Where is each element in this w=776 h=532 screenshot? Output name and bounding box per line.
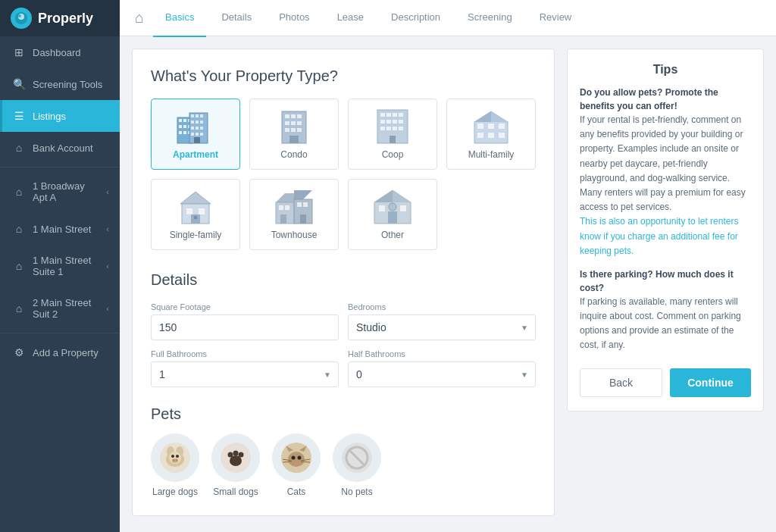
tab-photos[interactable]: Photos bbox=[267, 0, 321, 37]
svg-rect-30 bbox=[297, 114, 302, 118]
sidebar-item-label: Bank Account bbox=[33, 142, 109, 154]
sidebar-item-label: 1 Main Street Suite 1 bbox=[33, 255, 99, 277]
property-type-heading: What's Your Property Type? bbox=[151, 67, 536, 85]
property-type-multifamily[interactable]: Multi-family bbox=[446, 99, 536, 170]
svg-rect-15 bbox=[196, 114, 199, 117]
sidebar-item-bank-account[interactable]: ⌂ Bank Account bbox=[0, 132, 120, 164]
pet-no-pets[interactable]: No pets bbox=[333, 433, 381, 497]
svg-rect-55 bbox=[477, 124, 483, 129]
sidebar-item-label: Listings bbox=[33, 111, 109, 122]
property-type-singlefamily[interactable]: Single-family bbox=[151, 179, 240, 250]
app-name: Properly bbox=[38, 11, 93, 27]
tips-block1-heading: Do you allow pets? Promote the benefits … bbox=[580, 86, 751, 113]
svg-rect-63 bbox=[186, 208, 192, 214]
pets-grid: Large dogs Small dogs bbox=[151, 433, 536, 497]
property-type-apartment[interactable]: Apartment bbox=[151, 99, 240, 170]
property-type-label: Townhouse bbox=[271, 230, 318, 240]
tab-description[interactable]: Description bbox=[379, 0, 452, 37]
svg-rect-42 bbox=[399, 113, 403, 117]
listings-icon: ☰ bbox=[13, 110, 25, 122]
square-footage-input[interactable] bbox=[151, 315, 339, 340]
svg-rect-59 bbox=[488, 133, 494, 138]
tips-card: Tips Do you allow pets? Promote the bene… bbox=[567, 49, 764, 412]
svg-rect-21 bbox=[196, 127, 199, 130]
svg-point-98 bbox=[239, 452, 244, 458]
half-bathrooms-select[interactable]: 0 1 2 bbox=[348, 361, 536, 387]
svg-rect-24 bbox=[196, 133, 199, 136]
sidebar-item-screening-tools[interactable]: 🔍 Screening Tools bbox=[0, 68, 120, 100]
sidebar-item-broadway[interactable]: ⌂ 1 Broadway Apt A ‹ bbox=[0, 171, 120, 213]
svg-rect-57 bbox=[499, 124, 505, 129]
property-type-other[interactable]: Other bbox=[348, 179, 437, 250]
svg-point-104 bbox=[298, 456, 302, 460]
sidebar-item-dashboard[interactable]: ⊞ Dashboard bbox=[0, 36, 120, 68]
sidebar-item-label: 2 Main Street Suit 2 bbox=[33, 297, 99, 320]
property-type-label: Apartment bbox=[173, 149, 218, 160]
property-type-coop[interactable]: Coop bbox=[348, 99, 437, 170]
half-bathrooms-select-wrapper: 0 1 2 bbox=[348, 361, 536, 387]
property-type-condo[interactable]: Condo bbox=[249, 99, 339, 170]
details-heading: Details bbox=[151, 271, 536, 289]
svg-rect-29 bbox=[291, 114, 296, 118]
continue-button[interactable]: Continue bbox=[670, 368, 751, 397]
dashboard-icon: ⊞ bbox=[13, 46, 25, 58]
tab-lease[interactable]: Lease bbox=[325, 0, 376, 37]
svg-rect-34 bbox=[285, 128, 289, 132]
svg-rect-58 bbox=[477, 133, 483, 138]
sidebar-item-main-street-s1[interactable]: ⌂ 1 Main Street Suite 1 ‹ bbox=[0, 245, 120, 287]
svg-point-93 bbox=[176, 459, 178, 462]
tab-screening[interactable]: Screening bbox=[455, 0, 524, 37]
half-bathrooms-group: Half Bathrooms 0 1 2 bbox=[348, 349, 536, 387]
pet-large-dogs[interactable]: Large dogs bbox=[151, 433, 199, 497]
tips-block1-text: If your rental is pet-friendly, comment … bbox=[580, 113, 751, 214]
bedrooms-select-wrapper: Studio 1 2 3 4 5+ bbox=[348, 315, 536, 340]
pet-small-dogs[interactable]: Small dogs bbox=[211, 433, 260, 497]
svg-rect-45 bbox=[393, 120, 397, 124]
sidebar-item-main-street[interactable]: ⌂ 1 Main Street ‹ bbox=[0, 213, 120, 245]
tab-review[interactable]: Review bbox=[527, 0, 584, 37]
svg-rect-19 bbox=[200, 120, 203, 124]
svg-rect-64 bbox=[199, 208, 205, 214]
home-icon[interactable]: ⌂ bbox=[135, 9, 144, 27]
property-type-label: Multi-family bbox=[468, 149, 515, 160]
tab-details[interactable]: Details bbox=[209, 0, 264, 37]
property-icon: ⌂ bbox=[13, 302, 25, 315]
svg-rect-66 bbox=[194, 216, 197, 219]
svg-rect-18 bbox=[196, 120, 199, 124]
svg-rect-26 bbox=[194, 137, 200, 143]
svg-rect-4 bbox=[179, 119, 182, 122]
tab-basics[interactable]: Basics bbox=[153, 0, 206, 37]
svg-rect-41 bbox=[393, 113, 397, 117]
bedrooms-select[interactable]: Studio 1 2 3 4 5+ bbox=[348, 315, 536, 340]
svg-rect-50 bbox=[399, 127, 403, 130]
property-type-townhouse[interactable]: Townhouse bbox=[249, 179, 339, 250]
svg-point-83 bbox=[389, 203, 396, 211]
half-bathrooms-label: Half Bathrooms bbox=[348, 349, 536, 358]
svg-point-103 bbox=[292, 456, 296, 460]
svg-rect-17 bbox=[191, 120, 194, 124]
sidebar-item-listings[interactable]: ☰ Listings bbox=[0, 100, 120, 132]
svg-marker-72 bbox=[294, 190, 312, 199]
svg-rect-16 bbox=[200, 114, 203, 117]
svg-point-89 bbox=[171, 455, 174, 458]
full-bathrooms-select[interactable]: 1 2 3 4 bbox=[151, 361, 339, 387]
svg-rect-11 bbox=[183, 131, 186, 134]
svg-point-90 bbox=[176, 455, 179, 458]
svg-rect-51 bbox=[390, 136, 396, 143]
tips-title: Tips bbox=[580, 63, 751, 77]
sidebar-item-main-street-s2[interactable]: ⌂ 2 Main Street Suit 2 ‹ bbox=[0, 287, 120, 330]
details-grid: Square Footage Bedrooms Studio 1 2 3 4 5… bbox=[151, 302, 536, 387]
back-button[interactable]: Back bbox=[580, 368, 662, 397]
svg-rect-76 bbox=[300, 214, 306, 224]
svg-rect-5 bbox=[183, 119, 186, 122]
svg-marker-79 bbox=[374, 190, 393, 202]
sidebar-item-add-property[interactable]: ⚙ Add a Property bbox=[0, 336, 120, 368]
svg-rect-46 bbox=[399, 120, 403, 124]
cats-label: Cats bbox=[287, 487, 306, 497]
svg-rect-7 bbox=[179, 125, 182, 128]
tips-block2-text: If parking is available, many renters wi… bbox=[580, 295, 751, 353]
svg-rect-60 bbox=[499, 133, 505, 138]
square-footage-label: Square Footage bbox=[151, 302, 339, 311]
bank-icon: ⌂ bbox=[13, 142, 25, 154]
pet-cats[interactable]: Cats bbox=[272, 433, 321, 497]
